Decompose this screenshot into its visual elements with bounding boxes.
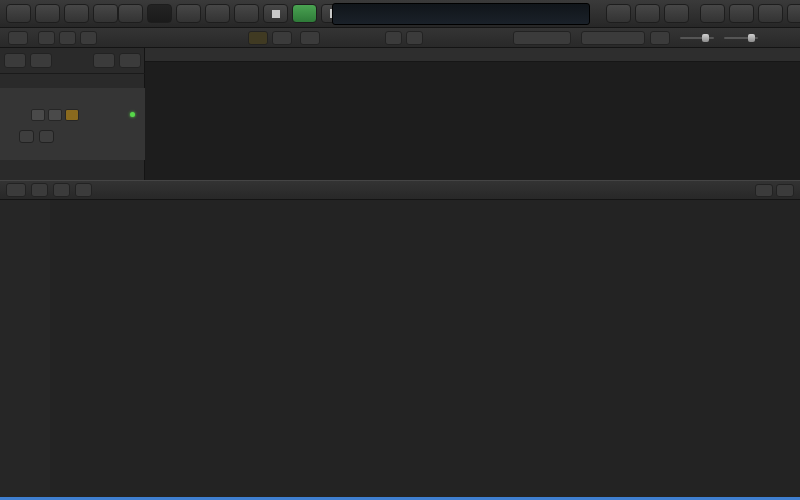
- logic-pro-window: [0, 0, 800, 500]
- horizontal-zoom-slider[interactable]: [724, 37, 758, 39]
- toolbox-icon[interactable]: [176, 4, 201, 23]
- waveform-zoom-button[interactable]: [650, 31, 670, 45]
- stop-button[interactable]: [263, 4, 288, 23]
- region-canvas[interactable]: [145, 62, 800, 180]
- mixer-row-labels: [0, 200, 50, 497]
- lcd-gear-icon[interactable]: [333, 4, 341, 24]
- note-pads-icon[interactable]: [729, 4, 754, 23]
- quick-help-icon[interactable]: [93, 4, 118, 23]
- left-click-tool-menu[interactable]: [385, 31, 402, 45]
- stop-icon: [272, 10, 280, 18]
- apple-loops-icon[interactable]: [758, 4, 783, 23]
- hide-tracks-header-button[interactable]: [8, 31, 28, 45]
- bar-ruler[interactable]: [145, 48, 800, 62]
- mixer-edit-menu[interactable]: [31, 183, 48, 197]
- list-editors-icon[interactable]: [700, 4, 725, 23]
- mixer-toolbar: [0, 180, 800, 200]
- automation-toggle-icon[interactable]: [248, 31, 268, 45]
- track-list-toolbar: [0, 48, 145, 74]
- arrange-canvas: [145, 48, 800, 180]
- track-sort-icon[interactable]: [93, 53, 115, 68]
- mixer-toggle-icon[interactable]: [147, 4, 172, 23]
- channel-strips: [50, 200, 800, 497]
- automation-parameter-select[interactable]: [39, 130, 54, 143]
- track-list-panel: [0, 48, 145, 180]
- arrange-area: [0, 48, 800, 180]
- lcd-display[interactable]: [332, 3, 590, 25]
- tracks-toolbar: [0, 28, 800, 48]
- main-toolbar: [0, 0, 800, 28]
- forward-button[interactable]: [234, 4, 259, 23]
- mixer-view-menu[interactable]: [75, 183, 92, 197]
- count-in-button[interactable]: [664, 4, 689, 23]
- lcd-tempo: [509, 4, 561, 24]
- smart-controls-icon[interactable]: [64, 4, 89, 23]
- cycle-button[interactable]: [606, 4, 631, 23]
- lcd-locators: [431, 4, 509, 24]
- arrange-functions-menu[interactable]: [59, 31, 76, 45]
- vertical-zoom-slider[interactable]: [680, 37, 714, 39]
- wide-view-icon[interactable]: [776, 184, 794, 197]
- narrow-view-icon[interactable]: [755, 184, 773, 197]
- lcd-signature: [561, 4, 587, 24]
- automation-mode-select[interactable]: [19, 130, 34, 143]
- rewind-button[interactable]: [205, 4, 230, 23]
- drag-select[interactable]: [581, 31, 645, 45]
- track-automation-icon[interactable]: [65, 109, 79, 121]
- mixer-options-menu[interactable]: [53, 183, 70, 197]
- track-filter-icon[interactable]: [300, 31, 320, 45]
- flex-toggle-icon[interactable]: [272, 31, 292, 45]
- add-track-button[interactable]: [4, 53, 26, 68]
- play-button[interactable]: [292, 4, 317, 23]
- snap-select[interactable]: [513, 31, 571, 45]
- track-header-synth-lead[interactable]: [0, 88, 145, 160]
- track-mute-button[interactable]: [31, 109, 45, 121]
- command-click-tool-menu[interactable]: [406, 31, 423, 45]
- library-icon[interactable]: [6, 4, 31, 23]
- arrange-view-menu[interactable]: [80, 31, 97, 45]
- lcd-time: [341, 4, 431, 24]
- solo-mode-button[interactable]: [635, 4, 660, 23]
- duplicate-track-button[interactable]: [30, 53, 52, 68]
- mixer: [0, 200, 800, 497]
- hide-mixer-button[interactable]: [6, 183, 26, 197]
- track-list-options-icon[interactable]: [119, 53, 141, 68]
- metronome-icon[interactable]: [118, 4, 143, 23]
- track-solo-button[interactable]: [48, 109, 62, 121]
- track-activity-led: [130, 112, 135, 117]
- inspector-icon[interactable]: [35, 4, 60, 23]
- arrange-edit-menu[interactable]: [38, 31, 55, 45]
- browsers-icon[interactable]: [787, 4, 800, 23]
